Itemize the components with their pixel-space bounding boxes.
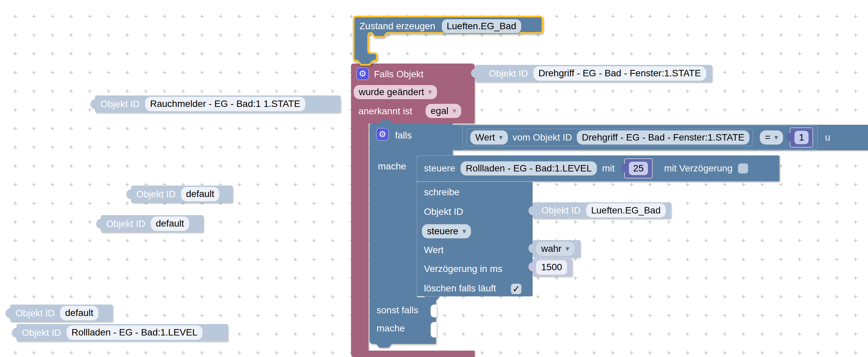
grid-dot [13,239,17,242]
grid-dot [256,239,260,242]
empty-statement-socket[interactable] [431,322,437,337]
objekt-id-label: Objekt ID [16,308,55,319]
grid-dot [125,314,129,317]
attribute-dropdown[interactable]: Wert ▾ [470,130,508,145]
objekt-id-field[interactable]: default [151,216,189,231]
grid-dot [854,332,858,336]
clear-checkbox-checked[interactable]: ✓ [511,284,521,294]
number-field[interactable]: 1 [795,131,809,144]
grid-dot [629,276,633,280]
objekt-id-block-rollladen[interactable]: Objekt ID Rollladen - EG - Bad:1.LEVEL [17,324,228,341]
grid-dot [779,70,783,74]
objekt-id-field[interactable]: Rollladen - EG - Bad:1.LEVEL [461,161,597,176]
grid-dot [293,183,297,186]
grid-dot [107,52,111,56]
grid-dot [854,164,858,168]
grid-dot [107,70,111,74]
grid-dot [798,108,802,112]
objekt-id-block-rauchmelder[interactable]: Objekt ID Rauchmelder - EG - Bad:1 1.STA… [95,95,341,113]
number-block-1[interactable]: 1 [790,127,813,148]
get-value-block[interactable]: Wert ▾ vom Objekt ID Drehgriff - EG - Ba… [467,129,753,146]
objekt-id-field[interactable]: default [181,187,219,201]
number-field[interactable]: 25 [629,162,648,175]
grid-dot [293,127,297,130]
objekt-id-block-default-3[interactable]: Objekt ID default [10,304,113,322]
grid-dot [723,351,726,355]
objekt-id-block-drehgriff[interactable]: Objekt ID Drehgriff - EG - Bad - Fenster… [475,65,712,82]
steuere-block[interactable]: steuere Rollladen - EG - Bad:1.LEVEL mit… [417,155,780,181]
grid-dot [312,276,316,280]
objekt-id-field[interactable]: Drehgriff - EG - Bad - Fenster:1.STATE [577,130,749,145]
objekt-id-field[interactable]: Drehgriff - EG - Bad - Fenster:1.STATE [533,66,706,80]
grid-dot [331,295,335,298]
grid-dot [238,33,241,37]
grid-dot [312,33,316,37]
blockly-workspace[interactable]: Objekt ID Rauchmelder - EG - Bad:1 1.STA… [0,0,868,357]
grid-dot [181,52,185,56]
objekt-id-field[interactable]: Lueften.EG_Bad [586,203,666,217]
number-block-1500[interactable]: 1500 [533,259,572,276]
grid-dot [629,89,633,93]
objekt-id-block-default-1[interactable]: Objekt ID default [131,185,233,203]
grid-dot [574,183,578,186]
objekt-id-block-default-2[interactable]: Objekt ID default [101,215,204,232]
objekt-id-field[interactable]: default [60,306,98,320]
grid-dot [256,351,260,355]
grid-dot [32,351,36,355]
falls-objekt-bottom-bar [351,351,475,357]
ack-dropdown[interactable]: egal ▾ [426,104,461,118]
grid-dot [705,239,708,242]
objekt-id-block-lueften[interactable]: Objekt ID Lueften.EG_Bad [533,202,671,218]
wahr-block[interactable]: wahr ▾ [533,240,581,258]
logic-block[interactable]: Wert ▾ vom Objekt ID Drehgriff - EG - Ba… [453,125,868,150]
comparison-block[interactable]: Wert ▾ vom Objekt ID Drehgriff - EG - Ba… [462,125,817,150]
loeschen-label: löschen falls läuft [424,283,496,294]
falls-footer [370,297,436,344]
operator-dropdown[interactable]: = ▾ [760,130,783,145]
trigger-dropdown[interactable]: wurde geändert ▾ [354,85,437,99]
schreibe-label: schreibe [424,187,460,198]
empty-value-socket[interactable] [431,304,437,317]
wahr-dropdown[interactable]: wahr ▾ [536,242,575,256]
grid-dot [835,33,839,37]
number-field[interactable]: 1500 [536,260,567,274]
grid-dot [163,164,166,168]
grid-dot [125,52,129,56]
schreibe-block[interactable]: schreibe Objekt ID steuere ▾ Wert Verzög… [417,181,533,297]
grid-dot [69,276,73,280]
grid-dot [163,33,166,37]
grid-dot [69,14,73,18]
state-id-field[interactable]: Lueften.EG_Bad [441,19,522,34]
grid-dot [200,351,204,355]
grid-dot [761,258,764,261]
grid-dot [723,276,726,280]
grid-dot [144,164,148,168]
gear-icon[interactable]: ⚙ [376,128,389,141]
number-block-25[interactable]: 25 [624,158,653,179]
grid-dot [499,108,502,112]
grid-dot [13,276,17,280]
grid-dot [13,33,17,37]
trigger-dropdown-value: wurde geändert [359,86,424,98]
grid-dot [125,258,129,261]
grid-dot [13,14,17,18]
grid-dot [331,258,335,261]
wert-label: Wert [424,245,444,256]
grid-dot [32,295,36,298]
steuere-dropdown[interactable]: steuere ▾ [422,224,471,238]
objekt-id-label: Objekt ID [424,206,463,217]
objekt-id-field[interactable]: Rauchmelder - EG - Bad:1 1.STATE [145,97,305,111]
objekt-id-field[interactable]: Rollladen - EG - Bad:1.LEVEL [66,325,203,339]
gear-icon[interactable]: ⚙ [356,67,369,80]
grid-dot [499,351,502,355]
grid-dot [312,52,316,56]
delay-checkbox-unchecked[interactable] [738,163,748,174]
grid-dot [238,258,241,261]
grid-dot [88,14,92,18]
grid-dot [611,89,615,93]
grid-dot [107,145,111,149]
grid-dot [238,239,241,242]
grid-dot [854,239,858,242]
grid-dot [816,332,820,336]
zustand-erzeugen-content[interactable]: Zustand erzeugen Lueften.EG_Bad [360,19,522,34]
